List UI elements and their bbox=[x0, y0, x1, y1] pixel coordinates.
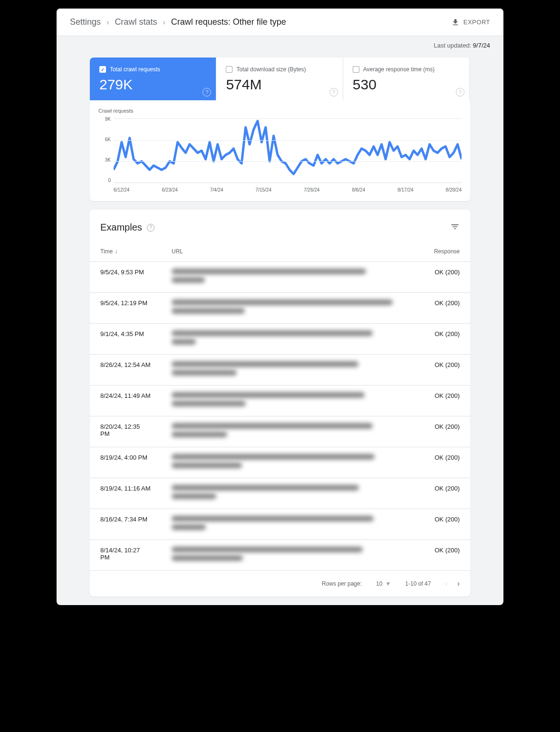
arrow-down-icon: ↓ bbox=[115, 248, 117, 255]
x-tick: 6/23/24 bbox=[162, 187, 177, 193]
y-tick: 9K bbox=[98, 116, 111, 122]
table-row[interactable]: 8/19/24, 4:00 PM OK (200) bbox=[90, 447, 470, 478]
metric-label: Total crawl requests bbox=[110, 66, 160, 73]
redacted-url bbox=[172, 454, 375, 460]
table-row[interactable]: 8/19/24, 11:16 AM OK (200) bbox=[90, 478, 470, 509]
pagination: Rows per page: 10 ▼ 1-10 of 47 ‹ › bbox=[90, 571, 470, 597]
cell-response: OK (200) bbox=[413, 540, 470, 571]
redacted-url bbox=[172, 277, 205, 283]
table-row[interactable]: 9/1/24, 4:35 PM OK (200) bbox=[90, 324, 470, 355]
cell-response: OK (200) bbox=[413, 385, 470, 416]
line-chart bbox=[114, 119, 462, 183]
table-row[interactable]: 8/26/24, 12:54 AM OK (200) bbox=[90, 355, 470, 385]
x-tick: 8/6/24 bbox=[352, 187, 365, 193]
chart-title: Crawl requests bbox=[98, 108, 462, 114]
page-range: 1-10 of 47 bbox=[405, 580, 431, 587]
cell-url bbox=[161, 385, 413, 416]
cell-time: 8/20/24, 12:35 PM bbox=[90, 416, 161, 447]
cell-response: OK (200) bbox=[413, 355, 470, 385]
x-tick: 8/17/24 bbox=[397, 187, 413, 193]
cell-time: 8/26/24, 12:54 AM bbox=[90, 355, 161, 385]
redacted-url bbox=[172, 547, 363, 552]
last-updated-date: 9/7/24 bbox=[473, 42, 490, 49]
examples-title: Examples bbox=[100, 222, 142, 233]
table-row[interactable]: 8/16/24, 7:34 PM OK (200) bbox=[90, 509, 470, 540]
table-row[interactable]: 9/5/24, 9:53 PM OK (200) bbox=[90, 262, 470, 293]
help-icon[interactable]: ? bbox=[456, 88, 464, 96]
app-frame: Settings › Crawl stats › Crawl requests:… bbox=[57, 9, 503, 605]
help-icon[interactable]: ? bbox=[329, 88, 338, 96]
table-row[interactable]: 8/14/24, 10:27 PM OK (200) bbox=[90, 540, 470, 571]
metric-card-1[interactable]: Total download size (Bytes) 574M ? bbox=[216, 58, 343, 100]
download-icon bbox=[451, 18, 460, 27]
col-time[interactable]: Time↓ bbox=[90, 241, 161, 262]
breadcrumb-current: Crawl requests: Other file type bbox=[171, 17, 286, 27]
cell-url bbox=[161, 324, 413, 355]
metric-label-row: Total download size (Bytes) bbox=[226, 66, 333, 73]
page-nav: ‹ › bbox=[445, 579, 460, 588]
plot bbox=[114, 118, 462, 183]
rows-per-page-select[interactable]: 10 ▼ bbox=[376, 580, 391, 587]
redacted-url bbox=[172, 516, 374, 521]
x-tick: 7/26/24 bbox=[304, 187, 319, 193]
breadcrumb-settings[interactable]: Settings bbox=[70, 17, 101, 27]
prev-page-button[interactable]: ‹ bbox=[445, 579, 447, 588]
cell-url bbox=[161, 262, 413, 293]
redacted-url bbox=[172, 432, 227, 437]
filter-icon bbox=[450, 222, 460, 231]
cell-url bbox=[161, 447, 413, 478]
last-updated: Last updated: 9/7/24 bbox=[57, 36, 503, 49]
redacted-url bbox=[172, 308, 245, 314]
metric-label: Average response time (ms) bbox=[363, 66, 435, 73]
checkbox-icon bbox=[226, 66, 232, 73]
table-row[interactable]: 9/5/24, 12:19 PM OK (200) bbox=[90, 293, 470, 324]
rows-per-page-label: Rows per page: bbox=[322, 580, 362, 587]
next-page-button[interactable]: › bbox=[457, 579, 460, 588]
metrics-card: Total crawl requests 279K ? Total downlo… bbox=[90, 58, 470, 201]
chart-area: 9K6K3K0 6/12/246/23/247/4/247/15/247/26/… bbox=[98, 116, 462, 193]
cell-time: 8/16/24, 7:34 PM bbox=[90, 509, 161, 540]
cell-response: OK (200) bbox=[413, 416, 470, 447]
x-tick: 7/4/24 bbox=[210, 187, 223, 193]
cell-url bbox=[161, 509, 413, 540]
redacted-url bbox=[172, 392, 365, 398]
chevron-right-icon: › bbox=[106, 18, 109, 27]
x-tick: 8/28/24 bbox=[446, 187, 462, 193]
cell-url bbox=[161, 416, 413, 447]
col-url[interactable]: URL bbox=[161, 241, 413, 262]
metric-cards-row: Total crawl requests 279K ? Total downlo… bbox=[90, 58, 470, 100]
metric-card-0[interactable]: Total crawl requests 279K ? bbox=[90, 58, 216, 100]
cell-response: OK (200) bbox=[413, 262, 470, 293]
metric-label-row: Total crawl requests bbox=[99, 66, 206, 73]
redacted-url bbox=[172, 370, 237, 376]
cell-response: OK (200) bbox=[413, 324, 470, 355]
cell-time: 9/5/24, 9:53 PM bbox=[90, 262, 161, 293]
col-response[interactable]: Response bbox=[413, 241, 470, 262]
cell-time: 9/5/24, 12:19 PM bbox=[90, 293, 161, 324]
redacted-url bbox=[172, 299, 393, 305]
cell-url bbox=[161, 293, 413, 324]
examples-header: Examples ? bbox=[90, 210, 470, 241]
cell-time: 8/19/24, 4:00 PM bbox=[90, 447, 161, 478]
redacted-url bbox=[172, 524, 206, 530]
chart-section: Crawl requests 9K6K3K0 6/12/246/23/247/4… bbox=[90, 100, 470, 201]
table-row[interactable]: 8/24/24, 11:49 AM OK (200) bbox=[90, 385, 470, 416]
examples-card: Examples ? Time↓ URL Response 9/5/24, 9:… bbox=[90, 210, 470, 597]
metric-card-2[interactable]: Average response time (ms) 530 ? bbox=[343, 58, 470, 100]
y-tick: 6K bbox=[98, 137, 111, 142]
table-row[interactable]: 8/20/24, 12:35 PM OK (200) bbox=[90, 416, 470, 447]
help-icon[interactable]: ? bbox=[147, 224, 154, 231]
breadcrumb-crawl-stats[interactable]: Crawl stats bbox=[115, 17, 157, 27]
help-icon[interactable]: ? bbox=[203, 88, 211, 96]
metric-label: Total download size (Bytes) bbox=[236, 66, 306, 73]
export-button[interactable]: EXPORT bbox=[451, 18, 490, 27]
examples-title-row: Examples ? bbox=[100, 222, 154, 233]
examples-table: Time↓ URL Response 9/5/24, 9:53 PM OK (2… bbox=[90, 241, 470, 571]
metric-value: 279K bbox=[99, 77, 206, 93]
redacted-url bbox=[172, 269, 366, 274]
filter-button[interactable] bbox=[450, 222, 460, 233]
y-tick: 0 bbox=[98, 178, 111, 183]
chevron-right-icon: › bbox=[163, 18, 165, 27]
redacted-url bbox=[172, 401, 246, 406]
cell-response: OK (200) bbox=[413, 293, 470, 324]
